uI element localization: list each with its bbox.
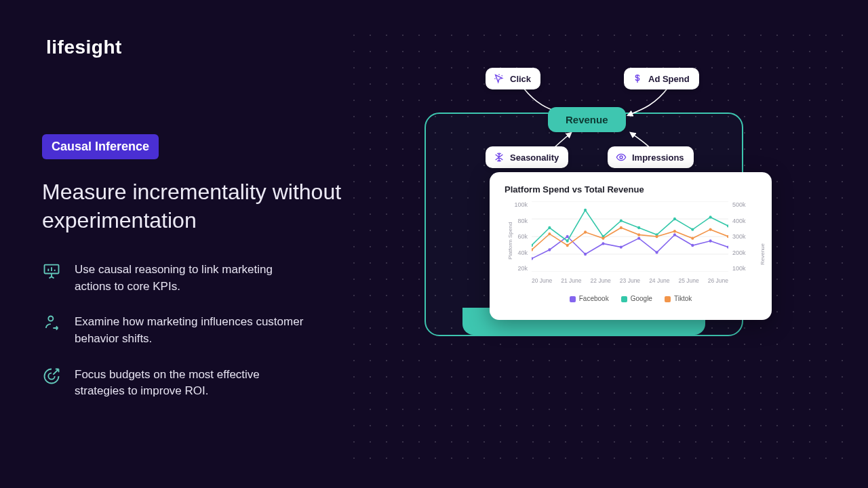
svg-point-29 xyxy=(691,228,694,230)
x-tick: 23 June xyxy=(620,277,640,284)
chart-card: Platform Spend vs Total Revenue 100k 80k… xyxy=(490,172,772,320)
tick: 100k xyxy=(732,265,751,272)
legend-swatch xyxy=(665,296,671,302)
chip-label: Revenue xyxy=(566,114,608,125)
y-axis-left-ticks: 100k 80k 60k 40k 20k xyxy=(511,201,528,272)
svg-point-42 xyxy=(709,228,712,230)
x-tick: 25 June xyxy=(678,277,698,284)
chart-legend: Facebook Google Tiktok xyxy=(490,283,772,302)
svg-point-2 xyxy=(620,156,623,159)
chip-label: Impressions xyxy=(632,152,684,163)
svg-point-10 xyxy=(566,235,569,238)
legend-label: Google xyxy=(631,295,652,302)
x-axis-labels: 20 June 21 June 22 June 23 June 24 June … xyxy=(532,277,728,284)
tick: 100k xyxy=(511,201,528,208)
snowflake-icon xyxy=(494,152,505,163)
svg-point-37 xyxy=(620,226,623,229)
presentation-icon xyxy=(42,262,61,281)
tick: 40k xyxy=(511,249,528,256)
svg-point-41 xyxy=(691,237,694,239)
legend-label: Tiktok xyxy=(674,295,692,302)
left-column: Causal Inference Measure incrementality … xyxy=(42,134,354,400)
svg-point-30 xyxy=(709,216,712,218)
tick: 400k xyxy=(732,218,751,224)
tick: 20k xyxy=(511,265,528,272)
legend-item: Facebook xyxy=(570,295,609,302)
svg-point-9 xyxy=(548,248,551,251)
legend-label: Facebook xyxy=(579,295,609,302)
bullet-list: Use causal reasoning to link marketing a… xyxy=(42,262,354,400)
x-tick: 24 June xyxy=(649,277,669,284)
svg-point-13 xyxy=(620,245,623,248)
chart-title: Platform Spend vs Total Revenue xyxy=(490,172,772,197)
dollar-icon xyxy=(632,73,643,84)
svg-point-17 xyxy=(691,244,694,247)
node-seasonality: Seasonality xyxy=(486,146,568,168)
svg-point-39 xyxy=(656,235,658,238)
svg-point-14 xyxy=(637,237,640,239)
svg-point-38 xyxy=(637,233,640,236)
chart-area: 100k 80k 60k 40k 20k 500k 400k 300k 200k… xyxy=(505,201,758,283)
brand-logo: lifesight xyxy=(46,37,122,58)
cursor-icon xyxy=(494,73,505,84)
tick: 80k xyxy=(511,218,528,224)
bullet-text: Use causal reasoning to link marketing a… xyxy=(75,262,305,295)
section-badge: Causal Inference xyxy=(42,134,159,159)
bullet-item: Examine how marketing influences custome… xyxy=(42,314,354,347)
svg-point-34 xyxy=(566,244,569,247)
svg-point-21 xyxy=(548,226,551,229)
user-flow-icon xyxy=(42,314,61,333)
svg-point-36 xyxy=(601,237,604,239)
legend-swatch xyxy=(621,296,627,302)
bullet-item: Use causal reasoning to link marketing a… xyxy=(42,262,354,295)
legend-swatch xyxy=(570,296,576,302)
tick: 60k xyxy=(511,233,528,240)
svg-point-1 xyxy=(48,317,53,321)
legend-item: Tiktok xyxy=(665,295,692,302)
svg-point-35 xyxy=(584,230,587,233)
y-axis-right-ticks: 500k 400k 300k 200k 100k xyxy=(732,201,751,272)
x-tick: 21 June xyxy=(561,277,581,284)
svg-point-15 xyxy=(656,251,658,253)
legend-item: Google xyxy=(621,295,652,302)
tick: 300k xyxy=(732,233,751,240)
node-impressions: Impressions xyxy=(608,146,694,168)
headline: Measure incrementality without experimen… xyxy=(42,178,354,235)
svg-point-11 xyxy=(584,253,587,256)
x-tick: 22 June xyxy=(591,277,611,284)
tick: 200k xyxy=(732,249,751,256)
svg-point-25 xyxy=(620,219,623,222)
svg-point-33 xyxy=(548,232,551,235)
target-arrow-icon xyxy=(42,367,61,386)
svg-point-26 xyxy=(637,226,640,229)
svg-point-23 xyxy=(584,209,587,211)
chip-label: Seasonality xyxy=(510,152,559,163)
bullet-item: Focus budgets on the most effective stra… xyxy=(42,367,354,400)
tick: 500k xyxy=(732,201,751,208)
chip-label: Click xyxy=(510,74,531,84)
svg-point-40 xyxy=(673,230,676,232)
svg-point-28 xyxy=(673,218,676,220)
chart-plot xyxy=(532,201,728,272)
bullet-text: Focus budgets on the most effective stra… xyxy=(75,367,305,400)
chip-label: Ad Spend xyxy=(648,74,690,84)
y-axis-right-label: Revenue xyxy=(760,243,766,265)
x-tick: 26 June xyxy=(708,277,728,284)
y-axis-left-label: Platform Spend xyxy=(507,222,513,260)
svg-point-12 xyxy=(601,242,604,245)
x-tick: 20 June xyxy=(532,277,552,284)
node-adspend: Ad Spend xyxy=(624,68,699,89)
svg-point-22 xyxy=(566,239,569,242)
node-click: Click xyxy=(486,68,540,89)
svg-point-19 xyxy=(727,245,728,248)
svg-point-18 xyxy=(709,239,712,242)
eye-icon xyxy=(616,152,627,163)
svg-point-16 xyxy=(673,233,676,236)
bullet-text: Examine how marketing influences custome… xyxy=(75,314,305,347)
node-revenue: Revenue xyxy=(548,107,626,132)
